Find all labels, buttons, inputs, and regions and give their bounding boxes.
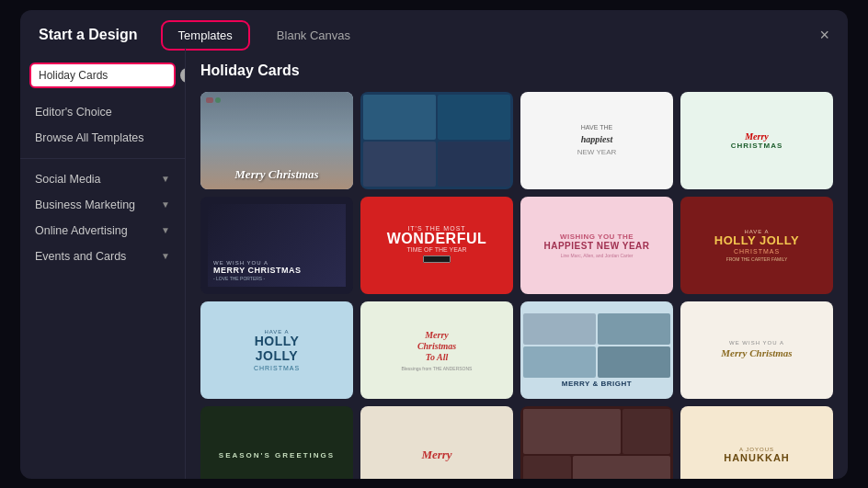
card-green-merry[interactable]: Merry CHRISTMAS xyxy=(680,92,833,189)
sidebar-item-browse-all[interactable]: Browse All Templates xyxy=(20,125,185,151)
design-modal: Start a Design Templates Blank Canvas × … xyxy=(20,10,848,479)
card-happiest-new-year[interactable]: WISHING YOU THE HAPPIEST NEW YEAR Line M… xyxy=(520,197,673,294)
search-input[interactable] xyxy=(39,69,177,82)
modal-body: × 🔍 Editor's Choice Browse All Templates… xyxy=(20,48,848,479)
card-we-wish-merry[interactable]: WE WISH YOU A MERRY CHRISTMAS - LOVE THE… xyxy=(200,197,353,294)
card-merry-script[interactable]: Merry xyxy=(360,406,513,478)
sidebar-item-label: Editor's Choice xyxy=(35,106,112,119)
card-photo-dark[interactable] xyxy=(520,406,673,478)
tab-templates[interactable]: Templates xyxy=(164,23,247,48)
card-merry-christmas-photo[interactable]: Merry Christmas xyxy=(200,92,353,189)
sidebar-item-label: Online Advertising xyxy=(35,224,128,237)
card-holly-jolly-blue[interactable]: HAVE A HOLLYJOLLY CHRISTMAS xyxy=(200,301,353,399)
card-wonderful-red[interactable]: IT'S THE MOST WONDERFUL TIME OF THE YEAR xyxy=(360,197,513,294)
main-content: Holiday Cards Merry Christmas xyxy=(186,48,848,479)
sidebar-item-business-marketing[interactable]: Business Marketing ▼ xyxy=(20,192,185,218)
card-merry-christmas-gold[interactable]: WE WISH YOU A Merry Christmas xyxy=(680,301,833,399)
card-white-minimal[interactable]: HAVE THE happiest NEW YEAR xyxy=(520,92,673,189)
modal-title: Start a Design xyxy=(39,27,138,43)
sidebar-item-online-advertising[interactable]: Online Advertising ▼ xyxy=(20,218,185,244)
card-joyous-hanukkah[interactable]: A JOYOUS HANUKKAH xyxy=(680,406,833,478)
sidebar-item-label: Browse All Templates xyxy=(35,131,144,144)
sidebar-item-label: Business Marketing xyxy=(35,199,135,211)
sidebar-divider xyxy=(20,158,185,159)
card-holly-jolly-dark[interactable]: HAVE A HOLLY JOLLY CHRISTMAS FROM THE CA… xyxy=(680,197,833,294)
chevron-icon: ▼ xyxy=(161,251,170,261)
sidebar: × 🔍 Editor's Choice Browse All Templates… xyxy=(20,48,186,479)
sidebar-item-social-media[interactable]: Social Media ▼ xyxy=(20,166,185,192)
sidebar-item-label: Events and Cards xyxy=(35,250,126,263)
sidebar-item-editors-choice[interactable]: Editor's Choice xyxy=(20,99,185,125)
chevron-icon: ▼ xyxy=(161,225,170,235)
close-button[interactable]: × xyxy=(819,27,829,43)
card-merry-bright[interactable]: MERRY & BRIGHT xyxy=(520,301,673,399)
sidebar-item-label: Social Media xyxy=(35,173,101,186)
search-box[interactable]: × 🔍 xyxy=(29,62,176,88)
modal-header: Start a Design Templates Blank Canvas × xyxy=(20,10,848,48)
card-dark-collage[interactable] xyxy=(360,92,513,189)
modal-overlay: Start a Design Templates Blank Canvas × … xyxy=(0,0,868,488)
chevron-icon: ▼ xyxy=(161,174,170,184)
tab-blank-canvas[interactable]: Blank Canvas xyxy=(262,23,365,48)
section-title: Holiday Cards xyxy=(200,62,833,79)
card-seasons-greetings[interactable]: SEASON'S GREETINGS xyxy=(200,406,353,478)
sidebar-item-events-cards[interactable]: Events and Cards ▼ xyxy=(20,244,185,269)
chevron-icon: ▼ xyxy=(161,199,170,210)
cards-grid: Merry Christmas xyxy=(200,92,833,479)
card-merry-christmas-all[interactable]: MerryChristmasTo All Blessings from THE … xyxy=(360,301,513,399)
